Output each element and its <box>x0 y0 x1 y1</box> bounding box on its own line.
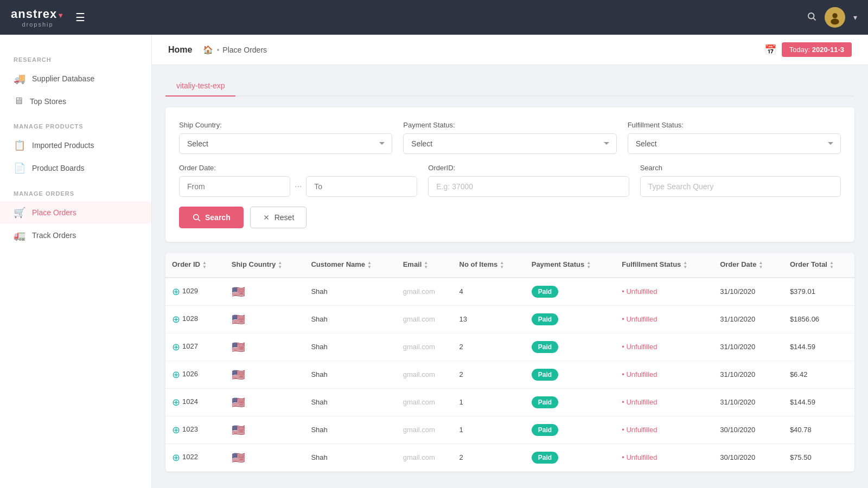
search-input[interactable] <box>640 176 841 197</box>
flag-icon: 🇺🇸 <box>232 369 245 381</box>
cell-order-id[interactable]: ⊕1027 <box>165 333 225 361</box>
sidebar-item-label: Imported Products <box>32 141 94 150</box>
sidebar-item-product-boards[interactable]: 📄Product Boards <box>0 157 151 179</box>
cell-email: gmail.com <box>397 361 453 388</box>
tab-active[interactable]: vitaliy-test-exp <box>165 76 235 97</box>
table-body: ⊕1029 🇺🇸 Shah gmail.com 4 Paid Unfulfill… <box>165 278 854 472</box>
col-customer-name[interactable]: Customer Name▲▼ <box>304 253 396 278</box>
calendar-icon[interactable]: 📅 <box>764 44 776 56</box>
svg-point-3 <box>832 13 837 18</box>
table-row: ⊕1024 🇺🇸 Shah gmail.com 1 Paid Unfulfill… <box>165 388 854 416</box>
fulfillment-status-group: Fulfillment Status: Select <box>628 121 841 154</box>
svg-point-4 <box>831 18 839 24</box>
sidebar-item-supplier-database[interactable]: 🚚Supplier Database <box>0 67 151 90</box>
flag-icon: 🇺🇸 <box>232 396 245 408</box>
col-order-total[interactable]: Order Total▲▼ <box>783 253 854 278</box>
cell-order-total: $379.01 <box>783 278 854 306</box>
cell-ship-country: 🇺🇸 <box>225 444 305 471</box>
cell-ship-country: 🇺🇸 <box>225 361 305 388</box>
search-button[interactable]: Search <box>179 207 244 228</box>
sidebar-item-imported-products[interactable]: 📋Imported Products <box>0 134 151 157</box>
col-no-of-items[interactable]: No of Items▲▼ <box>453 253 525 278</box>
cell-payment-status: Paid <box>525 444 616 471</box>
sidebar-item-track-orders[interactable]: 🚛Track Orders <box>0 224 151 247</box>
expand-icon[interactable]: ⊕ <box>172 314 180 325</box>
col-payment-status[interactable]: Payment Status▲▼ <box>525 253 616 278</box>
date-range: ··· <box>179 176 417 197</box>
cell-order-id[interactable]: ⊕1024 <box>165 388 225 416</box>
menu-toggle[interactable]: ☰ <box>75 11 85 24</box>
reset-btn-icon <box>263 214 270 221</box>
svg-line-6 <box>198 219 200 221</box>
date-from-input[interactable] <box>179 176 290 197</box>
flag-icon: 🇺🇸 <box>232 452 245 464</box>
col-order-date[interactable]: Order Date▲▼ <box>713 253 783 278</box>
cell-customer-name: Shah <box>304 361 396 388</box>
cell-payment-status: Paid <box>525 361 616 388</box>
cell-no-of-items: 13 <box>453 305 525 333</box>
cell-order-id[interactable]: ⊕1023 <box>165 416 225 444</box>
expand-icon[interactable]: ⊕ <box>172 286 180 297</box>
expand-icon[interactable]: ⊕ <box>172 369 180 380</box>
logo-subtitle: dropship <box>11 21 65 28</box>
sidebar-item-place-orders[interactable]: 🛒Place Orders <box>0 201 151 224</box>
fulfillment-status-select[interactable]: Select <box>628 133 841 154</box>
cell-payment-status: Paid <box>525 333 616 361</box>
cell-fulfillment-status: Unfulfilled <box>615 333 713 361</box>
logo-text: anstrex <box>11 7 57 21</box>
payment-badge: Paid <box>532 369 558 381</box>
sidebar-section-manage-orders: MANAGE ORDERS <box>0 185 151 201</box>
cell-order-id[interactable]: ⊕1026 <box>165 361 225 388</box>
fulfillment-status: Unfulfilled <box>622 426 657 434</box>
cell-customer-name: Shah <box>304 416 396 444</box>
fulfillment-status: Unfulfilled <box>622 315 657 323</box>
expand-icon[interactable]: ⊕ <box>172 452 180 463</box>
flag-icon: 🇺🇸 <box>232 313 245 325</box>
col-fulfillment-status[interactable]: Fulfillment Status▲▼ <box>615 253 713 278</box>
cell-payment-status: Paid <box>525 278 616 306</box>
cell-order-id[interactable]: ⊕1029 <box>165 278 225 306</box>
col-email[interactable]: Email▲▼ <box>397 253 453 278</box>
sort-icon: ▲▼ <box>683 261 687 269</box>
cell-fulfillment-status: Unfulfilled <box>615 444 713 471</box>
cell-no-of-items: 1 <box>453 416 525 444</box>
cell-email: gmail.com <box>397 333 453 361</box>
expand-icon[interactable]: ⊕ <box>172 342 180 352</box>
orders-table-card: Order ID▲▼Ship Country▲▼Customer Name▲▼E… <box>165 253 854 472</box>
cell-customer-name: Shah <box>304 278 396 306</box>
cell-order-id[interactable]: ⊕1022 <box>165 444 225 471</box>
ship-country-select[interactable]: Select <box>179 133 392 154</box>
table-row: ⊕1026 🇺🇸 Shah gmail.com 2 Paid Unfulfill… <box>165 361 854 388</box>
breadcrumb-current: Place Orders <box>222 46 267 54</box>
order-date-group: Order Date: ··· <box>179 164 417 197</box>
payment-badge: Paid <box>532 341 558 353</box>
top-navigation: anstrex▼ dropship ☰ ▾ <box>0 0 868 35</box>
avatar[interactable] <box>825 7 845 28</box>
col-ship-country[interactable]: Ship Country▲▼ <box>225 253 305 278</box>
cell-order-id[interactable]: ⊕1028 <box>165 305 225 333</box>
sort-icon: ▲▼ <box>424 261 428 269</box>
reset-button[interactable]: Reset <box>250 207 307 228</box>
date-to-input[interactable] <box>306 176 417 197</box>
order-date-label: Order Date: <box>179 164 417 172</box>
col-order-id[interactable]: Order ID▲▼ <box>165 253 225 278</box>
search-group: Search <box>640 164 841 197</box>
sidebar-item-top-stores[interactable]: 🖥Top Stores <box>0 90 151 112</box>
filter-row-1: Ship Country: Select Payment Status: Sel… <box>179 121 841 154</box>
supplier-database-icon: 🚚 <box>14 73 25 85</box>
payment-badge: Paid <box>532 452 558 464</box>
payment-status-select[interactable]: Select <box>403 133 616 154</box>
expand-icon[interactable]: ⊕ <box>172 397 180 408</box>
cell-order-total: $1856.06 <box>783 305 854 333</box>
cell-no-of-items: 4 <box>453 278 525 306</box>
ship-country-label: Ship Country: <box>179 121 392 129</box>
cell-no-of-items: 2 <box>453 361 525 388</box>
sidebar-item-label: Place Orders <box>32 208 76 217</box>
cell-order-date: 31/10/2020 <box>713 305 783 333</box>
order-id-input[interactable] <box>428 176 629 197</box>
expand-icon[interactable]: ⊕ <box>172 425 180 435</box>
order-id-group: OrderID: <box>428 164 629 197</box>
search-icon[interactable] <box>807 11 816 24</box>
date-badge: Today: 2020-11-3 <box>782 42 852 57</box>
user-dropdown-arrow[interactable]: ▾ <box>853 13 857 22</box>
